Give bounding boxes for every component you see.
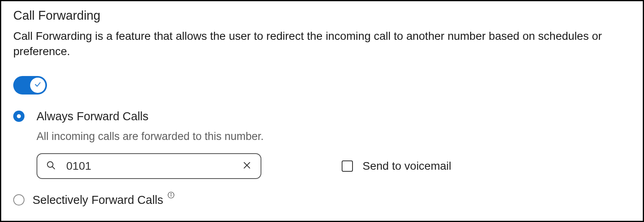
radio-selective-forward[interactable] bbox=[13, 194, 24, 206]
forward-number-row: Send to voicemail bbox=[37, 153, 631, 179]
send-to-voicemail-label: Send to voicemail bbox=[363, 160, 451, 173]
check-icon bbox=[34, 81, 41, 90]
search-icon bbox=[46, 160, 56, 172]
send-to-voicemail-checkbox[interactable] bbox=[342, 160, 353, 172]
always-helper-text: All incoming calls are forwarded to this… bbox=[37, 130, 631, 143]
toggle-knob bbox=[30, 78, 45, 93]
forward-number-input[interactable] bbox=[65, 159, 236, 173]
send-to-voicemail-group: Send to voicemail bbox=[342, 160, 451, 173]
clear-input-button[interactable] bbox=[242, 160, 252, 172]
svg-point-6 bbox=[171, 193, 171, 194]
svg-line-1 bbox=[52, 166, 55, 169]
option-selective-row: Selectively Forward Calls bbox=[13, 193, 631, 207]
info-icon[interactable] bbox=[167, 191, 175, 200]
section-title: Call Forwarding bbox=[13, 8, 631, 23]
always-forward-details: All incoming calls are forwarded to this… bbox=[37, 130, 631, 179]
call-forwarding-toggle[interactable] bbox=[13, 76, 47, 95]
forward-number-field[interactable] bbox=[37, 153, 261, 179]
radio-always-forward[interactable] bbox=[13, 111, 24, 122]
radio-always-label: Always Forward Calls bbox=[37, 110, 149, 123]
call-forwarding-panel: Call Forwarding Call Forwarding is a fea… bbox=[0, 0, 644, 222]
radio-selective-label: Selectively Forward Calls bbox=[33, 193, 163, 207]
section-description: Call Forwarding is a feature that allows… bbox=[13, 29, 631, 59]
option-always-row: Always Forward Calls bbox=[13, 110, 631, 123]
